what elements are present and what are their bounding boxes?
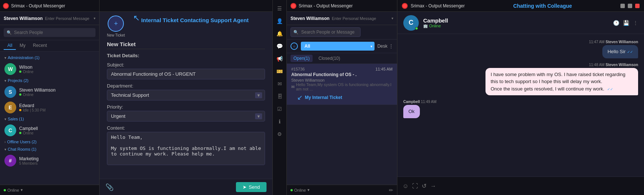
tab-all[interactable]: All [4,42,16,50]
hamburger-icon[interactable]: ☰ [274,3,285,14]
contacts-user-bar: Steven Williamson Enter Personal Message… [0,12,99,25]
content-textarea[interactable]: Hello Team, My system OS is functioning … [107,132,265,165]
desk-dots-icon: ⋮ [389,44,393,49]
tickets-list-panel: Srimax - Output Messenger Steven William… [287,0,397,195]
tab-open[interactable]: Open(1) [290,55,313,62]
group-offline-arrow-icon: › [4,140,6,144]
expand-icon[interactable]: ⛶ [412,183,418,189]
tickets-chevron-bottom-icon: ▾ [307,188,310,192]
tickets-bottom-bar: Online ▾ ✏ [287,185,397,195]
tickets-chevron-icon: ▾ [391,16,393,20]
tickets-app-icon [290,3,296,9]
chat-clock-icon[interactable]: 🕐 [613,20,619,26]
filter-globe-icon: ○ [290,42,298,50]
tickets-filter-row: ○ All Open Closed Pending ▾ Desk ⋮ [287,40,397,53]
close-button[interactable] [635,4,640,8]
tab-closed[interactable]: Closed(10) [316,55,343,62]
chat-save-icon[interactable]: 💾 [623,20,629,26]
message-3: Campbell 11:49 AM Ok [403,100,638,118]
storage-icon[interactable]: 🗄 [274,91,285,102]
bell-icon[interactable]: 🔔 [274,28,285,39]
contact-status-campbell: Online [19,131,95,135]
contacts-username: Steven Williamson [4,16,43,21]
contact-status-edward: Idle | 5:30 PM [19,108,95,112]
ticket-item-15736[interactable]: #15736 11:45 AM Abnormal Functioning of … [287,64,397,105]
tickets-list: #15736 11:45 AM Abnormal Functioning of … [287,64,397,185]
chat-title-bar: Srimax - Output Messenger Chatting with … [397,0,644,12]
contact-edward[interactable]: E Edward Idle | 5:30 PM [0,100,99,115]
ticket-user: Steven Williamson [291,78,393,82]
ticket-icon[interactable]: 🎫 [274,66,285,77]
priority-select[interactable]: Urgent High Medium Low [107,111,265,122]
chat-contact-status: 🏢 Online [423,24,609,28]
contact-name-steven: Steven Williamson [19,88,95,93]
msg-sender-2: Steven Williamson [606,63,638,67]
msg-sender-1: Steven Williamson [606,40,638,44]
ticket-number: #15736 [291,67,305,71]
minimize-button[interactable] [620,4,625,8]
group-chatrooms: ▾ Chat Rooms (1) [0,146,99,153]
new-ticket-circle-icon: + [108,16,124,32]
contact-steven[interactable]: S Steven Williamson Online [0,84,99,100]
msg-meta-2: 11:48 AM Steven Williamson [589,63,638,67]
group-administration-label: Administration (1) [8,55,39,60]
chat-messages-area: 11:47 AM Steven Williamson Hello Sir✓✓ 1… [397,34,644,177]
tickets-search-icon: 🔍 [293,30,299,35]
contacts-search-input[interactable] [4,28,95,37]
mic-icon[interactable]: 📢 [274,53,285,64]
contact-marketing[interactable]: # Marketing 5 Members [0,153,99,168]
tab-recent[interactable]: Recent [29,42,51,50]
msg-meta-3: Campbell 11:49 AM [403,100,436,104]
tickets-filter-select[interactable]: All Open Closed Pending [301,42,375,51]
tickets-tabs: Open(1) Closed(10) [287,53,397,64]
tickets-compose-icon[interactable]: ✏ [389,187,393,193]
settings-icon[interactable]: ⚙ [274,129,285,140]
contact-name-campbell: Campbell [19,126,95,131]
new-ticket-button[interactable]: + New Ticket [107,16,125,37]
msg-bubble-3: Ok [403,105,420,118]
search-icon: 🔍 [7,30,12,35]
status-dot-edward [19,109,21,111]
department-select[interactable]: Technical Support Sales HR Finance [107,90,265,100]
task-icon[interactable]: ✉ [274,78,285,89]
tab-my[interactable]: My [16,42,29,50]
msg-time-1: 11:47 AM [589,40,605,44]
checklist-icon[interactable]: ☑ [274,103,285,114]
message-1: 11:47 AM Steven Williamson Hello Sir✓✓ [403,40,638,58]
contact-name-wilson: Wilson [19,65,95,70]
status-dot-steven [19,93,21,96]
new-ticket-top: + New Ticket ↖ Internal Ticket Contactin… [100,12,272,37]
callout-arrow-icon: ↖ [133,13,140,23]
contacts-app-title: Srimax - Output Messenger [11,3,65,8]
subject-input[interactable] [107,69,265,79]
status-dot-campbell [19,132,21,134]
chat-panel: Srimax - Output Messenger Chatting with … [397,0,644,195]
contact-campbell[interactable]: C Campbell Online [0,123,99,138]
chat-dots-icon[interactable]: ⋮ [633,20,638,26]
forward-icon[interactable]: → [430,183,436,189]
attachment-icon[interactable]: 📎 [105,183,114,191]
contact-wilson[interactable]: W Wilson Online [0,61,99,77]
chat-icon[interactable]: 💬 [274,41,285,52]
avatar-steven: S [4,86,16,98]
group-sales: ▾ Sales (1) [0,115,99,123]
info-icon[interactable]: ℹ [274,116,285,127]
msg-meta-1: 11:47 AM Steven Williamson [589,40,638,44]
tickets-search-bar: 🔍 [287,25,397,40]
desk-button[interactable]: Desk ⋮ [377,44,393,49]
tickets-search-input[interactable] [290,27,361,37]
tickets-title-bar: Srimax - Output Messenger [287,0,397,12]
rotate-icon[interactable]: ↺ [422,182,427,189]
maximize-button[interactable] [628,4,632,8]
window-controls [620,4,640,8]
contact-name-marketing: Marketing [19,156,95,161]
person-icon[interactable]: 👤 [274,16,285,27]
internal-ticket-label: My Internal Ticket [305,95,342,100]
msg-bubble-1: Hello Sir✓✓ [602,45,638,58]
avatar-wilson: W [4,63,16,75]
msg-time-2: 11:48 AM [589,63,605,67]
internal-ticket-arrow-icon: ↙ [297,93,303,102]
send-button-label: Send [249,184,260,190]
send-button[interactable]: ➤ Send [236,182,267,192]
emoji-icon[interactable]: ☺ [403,183,408,189]
